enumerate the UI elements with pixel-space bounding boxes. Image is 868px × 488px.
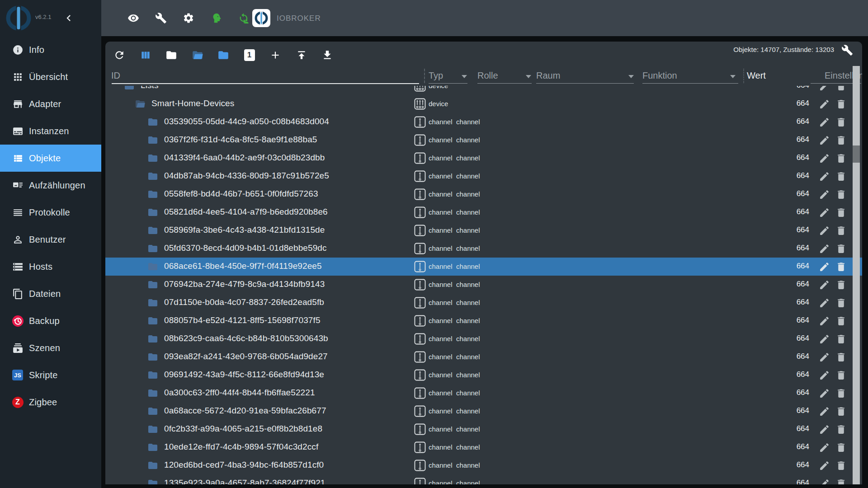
- delete-trash-icon[interactable]: [835, 243, 847, 254]
- edit-pencil-icon[interactable]: [819, 117, 830, 128]
- scrollbar-thumb[interactable]: [853, 145, 860, 163]
- table-row[interactable]: 0fc2b33f-a99a-4065-a215-e0f8b2b8d1e8chan…: [105, 420, 862, 438]
- delete-trash-icon[interactable]: [835, 333, 847, 345]
- table-row[interactable]: 1335e923-9a0a-4657-8ab7-36824f77f921chan…: [105, 474, 862, 484]
- edit-pencil-icon[interactable]: [819, 388, 830, 399]
- table-row[interactable]: 0a68acce-5672-4d20-91ea-59bfac26b677chan…: [105, 402, 862, 420]
- folder-icon[interactable]: [147, 189, 158, 200]
- delete-trash-icon[interactable]: [835, 135, 847, 146]
- folder-icon[interactable]: [147, 424, 158, 435]
- table-row[interactable]: Smart-Home-Devicesdevice664: [105, 95, 862, 113]
- sidebar-item-skripte[interactable]: JSSkripte: [0, 361, 101, 389]
- folder-icon[interactable]: [147, 135, 158, 145]
- filter-typ-select[interactable]: Typ: [429, 70, 443, 81]
- edit-pencil-icon[interactable]: [819, 279, 830, 291]
- expand-folders-button[interactable]: [191, 49, 204, 61]
- download-objects-button[interactable]: [321, 49, 334, 61]
- folder-icon[interactable]: [147, 406, 158, 417]
- sidebar-item-info[interactable]: Info: [0, 36, 101, 63]
- table-row[interactable]: 120ed6bd-ced7-4ba3-94bc-f64b857d1cf0chan…: [105, 456, 862, 474]
- funktion-dropdown-arrow-icon[interactable]: [730, 75, 736, 78]
- vertical-scrollbar[interactable]: [853, 66, 860, 484]
- table-row[interactable]: 041339f4-6aa0-44b2-ae9f-03c0d8b23dbbchan…: [105, 149, 862, 167]
- delete-trash-icon[interactable]: [835, 225, 847, 236]
- edit-pencil-icon[interactable]: [819, 424, 830, 435]
- sidebar-item-dateien[interactable]: Dateien: [0, 280, 101, 307]
- delete-trash-icon[interactable]: [835, 315, 847, 327]
- delete-trash-icon[interactable]: [835, 442, 847, 453]
- folder-icon[interactable]: [147, 352, 158, 362]
- expand-one-level-button[interactable]: 1: [243, 49, 256, 61]
- edit-pencil-icon[interactable]: [819, 442, 830, 453]
- folder-icon[interactable]: [147, 171, 158, 182]
- typ-dropdown-arrow-icon[interactable]: [462, 75, 467, 78]
- sidebar-item--bersicht[interactable]: Übersicht: [0, 63, 101, 90]
- folder-icon[interactable]: [147, 243, 158, 254]
- edit-pencil-icon[interactable]: [819, 189, 830, 200]
- folder-icon[interactable]: [147, 297, 158, 308]
- folder-icon[interactable]: [147, 460, 158, 471]
- folder-icon[interactable]: [147, 478, 158, 484]
- sidebar-item-szenen[interactable]: Szenen: [0, 334, 101, 361]
- sidebar-item-aufz-hlungen[interactable]: Aufzählungen: [0, 172, 101, 199]
- delete-trash-icon[interactable]: [835, 261, 847, 272]
- filter-funktion-select[interactable]: Funktion: [642, 70, 677, 81]
- refresh-button[interactable]: [113, 49, 126, 61]
- table-row[interactable]: 10ede12e-ffd7-4c4b-9894-57f04c3d2ccfchan…: [105, 438, 862, 456]
- folder-icon[interactable]: [147, 153, 158, 164]
- table-row[interactable]: 07d1150e-b0da-4c07-8837-26fed2ead5fbchan…: [105, 294, 862, 312]
- filter-raum-select[interactable]: Raum: [536, 70, 560, 81]
- folder-icon[interactable]: [147, 207, 158, 218]
- folder-icon[interactable]: [147, 279, 158, 290]
- filter-rolle-select[interactable]: Rolle: [477, 70, 498, 81]
- edit-pencil-icon[interactable]: [819, 406, 830, 417]
- delete-trash-icon[interactable]: [835, 189, 847, 200]
- edit-pencil-icon[interactable]: [819, 297, 830, 309]
- edit-pencil-icon[interactable]: [819, 478, 830, 484]
- table-row[interactable]: 08b623c9-caa6-4c6c-b84b-810b5300643bchan…: [105, 330, 862, 348]
- folder-depth-button[interactable]: [217, 49, 230, 61]
- delete-trash-icon[interactable]: [835, 207, 847, 218]
- folder-icon[interactable]: [147, 442, 158, 453]
- table-row[interactable]: 09691492-43a9-4f5c-8112-66e8fd94d13echan…: [105, 366, 862, 384]
- visibility-eye-icon[interactable]: [127, 12, 139, 24]
- edit-pencil-icon[interactable]: [819, 370, 830, 381]
- table-row[interactable]: 076942ba-274e-47f9-8c9a-d4134bfb9143chan…: [105, 276, 862, 294]
- raum-dropdown-arrow-icon[interactable]: [628, 75, 634, 78]
- table-row[interactable]: 088057b4-e52d-4121-8ff5-15698f7037f5chan…: [105, 312, 862, 330]
- table-row[interactable]: 0a300c63-2ff0-44f4-8b44-fb6ffae52221chan…: [105, 384, 862, 402]
- table-row[interactable]: 0367f2f6-f31d-4c6a-8fc5-8ae9f1e88ba5chan…: [105, 131, 862, 149]
- table-row[interactable]: 03539055-05dd-44c9-a050-c08b4683d004chan…: [105, 113, 862, 131]
- edit-pencil-icon[interactable]: [819, 86, 830, 92]
- folder-icon[interactable]: [147, 315, 158, 326]
- rolle-dropdown-arrow-icon[interactable]: [526, 75, 531, 78]
- upload-objects-button[interactable]: [295, 49, 308, 61]
- table-row[interactable]: 05821d6d-4ee5-4104-a7f9-b6edd920b8e6chan…: [105, 203, 862, 221]
- delete-trash-icon[interactable]: [835, 99, 847, 110]
- edit-pencil-icon[interactable]: [819, 352, 830, 363]
- delete-trash-icon[interactable]: [835, 460, 847, 471]
- delete-trash-icon[interactable]: [835, 297, 847, 309]
- folder-open-icon[interactable]: [135, 99, 146, 109]
- sidebar-item-instanzen[interactable]: Instanzen: [0, 117, 101, 145]
- table-row[interactable]: 05fd6370-8ecd-4d09-b4b1-01d8ebbe59dcchan…: [105, 239, 862, 258]
- sidebar-item-adapter[interactable]: Adapter: [0, 90, 101, 117]
- sync-person-icon[interactable]: [238, 12, 250, 24]
- edit-pencil-icon[interactable]: [819, 135, 830, 146]
- sidebar-item-backup[interactable]: Backup: [0, 307, 101, 334]
- folder-icon[interactable]: [147, 225, 158, 236]
- sidebar-item-protokolle[interactable]: Protokolle: [0, 199, 101, 226]
- add-object-button[interactable]: [269, 49, 282, 61]
- host-head-icon[interactable]: [210, 12, 222, 24]
- table-row[interactable]: 04db87ab-94cb-4336-80d9-187c91b572e5chan…: [105, 167, 862, 185]
- folder-icon[interactable]: [147, 261, 158, 272]
- sidebar-collapse-button[interactable]: [62, 12, 75, 24]
- sidebar-item-hosts[interactable]: Hosts: [0, 253, 101, 280]
- edit-pencil-icon[interactable]: [819, 333, 830, 345]
- delete-trash-icon[interactable]: [835, 153, 847, 164]
- delete-trash-icon[interactable]: [835, 171, 847, 182]
- edit-pencil-icon[interactable]: [819, 315, 830, 327]
- wrench-icon[interactable]: [155, 12, 167, 24]
- edit-pencil-icon[interactable]: [819, 207, 830, 218]
- delete-trash-icon[interactable]: [835, 424, 847, 435]
